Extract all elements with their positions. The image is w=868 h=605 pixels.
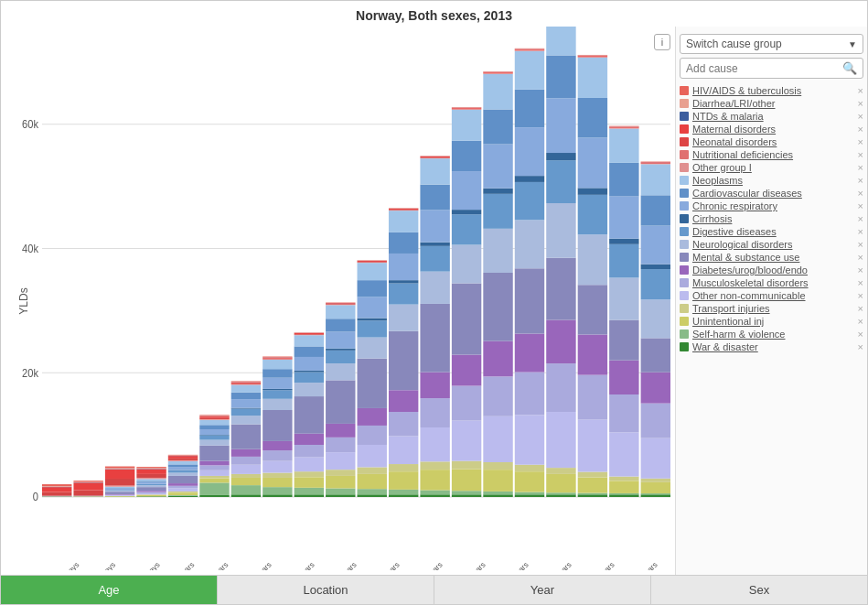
svg-rect-378	[641, 482, 670, 493]
svg-rect-314	[546, 492, 575, 494]
svg-rect-189	[358, 474, 387, 489]
svg-rect-271	[483, 494, 512, 497]
legend-item-label[interactable]: Diarrhea/LRI/other	[692, 98, 854, 109]
legend-color-swatch	[680, 253, 689, 262]
tab-location[interactable]: Location	[218, 576, 434, 604]
svg-rect-60	[136, 467, 166, 468]
svg-rect-178	[326, 319, 355, 331]
svg-rect-384	[641, 299, 670, 338]
legend-item-label[interactable]: Other non-communicable	[692, 290, 854, 301]
svg-rect-104	[231, 485, 261, 494]
legend-item-label[interactable]: War & disaster	[692, 341, 854, 352]
legend-item: Neoplasms ×	[680, 174, 863, 187]
switch-cause-button[interactable]: Switch cause group ▼	[680, 34, 863, 54]
legend-item-label[interactable]: Diabetes/urog/blood/endo	[692, 265, 854, 275]
svg-rect-91	[199, 436, 229, 440]
legend-remove-button[interactable]: ×	[858, 188, 863, 199]
svg-rect-221	[389, 211, 418, 232]
svg-text:0: 0	[33, 491, 39, 503]
svg-rect-78	[168, 456, 198, 459]
svg-rect-325	[546, 55, 575, 98]
legend-remove-button[interactable]: ×	[858, 136, 863, 147]
svg-rect-136	[263, 369, 292, 378]
legend-item-label[interactable]: Cirrhosis	[692, 213, 854, 224]
legend-remove-button[interactable]: ×	[858, 111, 863, 122]
legend-remove-button[interactable]: ×	[858, 124, 863, 135]
legend-item-label[interactable]: Neonatal disorders	[692, 136, 854, 147]
svg-rect-239	[420, 243, 449, 246]
legend-remove-button[interactable]: ×	[858, 290, 863, 301]
legend-item-label[interactable]: Digestive diseases	[692, 226, 854, 237]
legend-remove-button[interactable]: ×	[858, 303, 863, 314]
legend-color-swatch	[680, 214, 689, 223]
legend-remove-button[interactable]: ×	[858, 98, 863, 109]
svg-rect-26	[105, 495, 134, 496]
legend-item-label[interactable]: Neoplasms	[692, 175, 854, 186]
legend-color-swatch	[680, 330, 689, 339]
svg-rect-34	[105, 487, 134, 488]
svg-rect-231	[420, 470, 449, 490]
legend-item-label[interactable]: Maternal disorders	[692, 124, 854, 135]
svg-text:20k: 20k	[22, 366, 38, 379]
legend-item-label[interactable]: Chronic respiratory	[692, 200, 854, 211]
svg-rect-162	[295, 333, 324, 334]
legend-remove-button[interactable]: ×	[858, 200, 863, 211]
legend-remove-button[interactable]: ×	[858, 85, 863, 96]
svg-rect-179	[326, 305, 355, 319]
legend-color-swatch	[680, 86, 689, 95]
legend-item-label[interactable]: Transport injuries	[692, 303, 854, 314]
legend-item-label[interactable]: HIV/AIDS & tuberculosis	[692, 85, 854, 96]
legend-remove-button[interactable]: ×	[858, 175, 863, 186]
svg-rect-277	[483, 341, 512, 377]
legend-item-label[interactable]: Unintentional inj	[692, 316, 854, 327]
legend-remove-button[interactable]: ×	[858, 239, 863, 250]
legend-item-label[interactable]: Nutritional deficiencies	[692, 149, 854, 160]
svg-rect-219	[389, 254, 418, 280]
svg-rect-15	[42, 484, 71, 486]
legend-color-swatch	[680, 342, 689, 351]
add-cause-search[interactable]: 🔍	[680, 58, 863, 79]
svg-rect-61	[168, 496, 198, 497]
add-cause-input[interactable]	[686, 62, 842, 75]
legend-item-label[interactable]: Neurological disorders	[692, 239, 854, 250]
x-axis-label: 28-364 days	[123, 557, 162, 570]
svg-rect-41	[105, 467, 134, 469]
svg-rect-150	[295, 445, 324, 458]
svg-rect-204	[358, 261, 387, 262]
legend-remove-button[interactable]: ×	[858, 226, 863, 237]
legend-remove-button[interactable]: ×	[858, 265, 863, 275]
legend-color-swatch	[680, 99, 689, 108]
legend-remove-button[interactable]: ×	[858, 341, 863, 352]
svg-rect-321	[546, 203, 575, 258]
svg-rect-82	[199, 495, 229, 497]
svg-rect-17	[73, 496, 102, 497]
legend-remove-button[interactable]: ×	[858, 149, 863, 160]
legend-remove-button[interactable]: ×	[858, 162, 863, 173]
legend-item-label[interactable]: Other group I	[692, 162, 854, 173]
legend-color-swatch	[680, 240, 689, 249]
legend-item-label[interactable]: Mental & substance use	[692, 252, 854, 263]
tab-year[interactable]: Year	[434, 576, 651, 604]
svg-rect-225	[389, 209, 418, 210]
svg-rect-220	[389, 232, 418, 254]
x-axis-label: 7-27 days	[84, 557, 117, 570]
svg-rect-365	[609, 239, 638, 244]
svg-rect-344	[578, 188, 607, 194]
legend-remove-button[interactable]: ×	[858, 316, 863, 327]
legend-remove-button[interactable]: ×	[858, 213, 863, 224]
tab-age[interactable]: Age	[1, 576, 218, 604]
svg-rect-318	[546, 363, 575, 412]
legend-remove-button[interactable]: ×	[858, 277, 863, 288]
svg-rect-323	[546, 153, 575, 160]
legend-item-label[interactable]: Cardiovascular diseases	[692, 188, 854, 199]
svg-rect-282	[483, 145, 512, 189]
legend-item-label[interactable]: Musculoskeletal disorders	[692, 277, 854, 288]
svg-rect-235	[420, 373, 449, 399]
legend-remove-button[interactable]: ×	[858, 252, 863, 263]
legend-remove-button[interactable]: ×	[858, 329, 863, 340]
legend-item-label[interactable]: Self-harm & violence	[692, 329, 854, 340]
svg-rect-120	[231, 382, 261, 383]
tab-sex[interactable]: Sex	[651, 576, 867, 604]
info-button[interactable]: i	[654, 34, 670, 50]
legend-item-label[interactable]: NTDs & malaria	[692, 111, 854, 122]
